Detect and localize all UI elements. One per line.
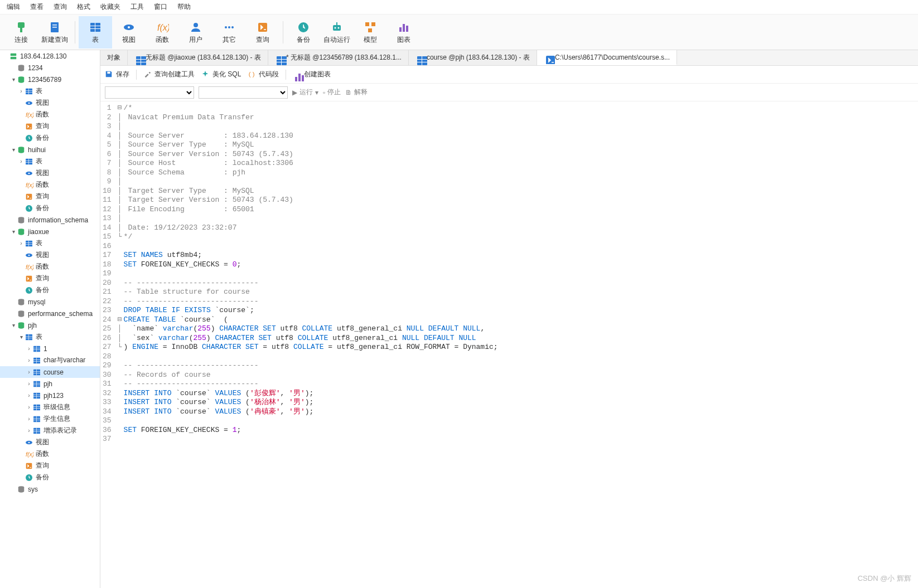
tab-1[interactable]: 无标题 @jiaoxue (183.64.128.130) - 表 — [128, 50, 268, 65]
menu-4[interactable]: 收藏夹 — [100, 2, 120, 12]
model-icon — [363, 20, 378, 35]
toolbar-query[interactable]: 查询 — [246, 16, 279, 48]
sub-save[interactable]: 保存 — [105, 70, 129, 79]
table-icon — [25, 333, 33, 342]
connection-select[interactable] — [105, 86, 194, 99]
tree-item-19[interactable]: 查询 — [0, 273, 100, 284]
tree-item-15[interactable]: ▾jiaoxue — [0, 226, 100, 237]
query-icon — [25, 122, 33, 131]
tree-item-12[interactable]: 查询 — [0, 191, 100, 202]
tree-item-2[interactable]: ▾123456789 — [0, 74, 100, 85]
svg-rect-123 — [298, 74, 301, 81]
tree-arrow-icon: › — [18, 158, 25, 164]
toolbar-robot[interactable]: 自动运行 — [320, 16, 354, 48]
sub-tool[interactable]: 查询创建工具 — [143, 70, 195, 79]
tree-item-23[interactable]: ▾pjh — [0, 319, 100, 331]
tree-item-27[interactable]: ›course — [0, 366, 100, 378]
tree-arrow-icon: › — [26, 416, 32, 422]
svg-text:f(x): f(x) — [26, 182, 33, 188]
table-icon — [32, 403, 41, 412]
tree-arrow-icon: › — [18, 88, 25, 94]
menu-6[interactable]: 窗口 — [154, 2, 167, 12]
tree-item-30[interactable]: ›班级信息 — [0, 401, 100, 413]
tab-4[interactable]: C:\Users\86177\Documents\course.s... — [537, 50, 677, 65]
tree-item-17[interactable]: 视图 — [0, 249, 100, 261]
backup-icon — [25, 473, 33, 482]
svg-point-58 — [28, 254, 30, 256]
toolbar-view[interactable]: 视图 — [112, 16, 146, 48]
tree-item-24[interactable]: ▾表 — [0, 331, 100, 343]
menu-0[interactable]: 编辑 — [7, 2, 20, 12]
tree-item-21[interactable]: mysql — [0, 296, 100, 308]
tab-2[interactable]: * 无标题 @123456789 (183.64.128.1... — [268, 50, 409, 65]
tree-item-3[interactable]: ›表 — [0, 85, 100, 97]
tree-item-0[interactable]: 183.64.128.130 — [0, 50, 100, 62]
tree-item-36[interactable]: 备份 — [0, 472, 100, 483]
svg-point-19 — [335, 27, 336, 29]
tree-item-16[interactable]: ›表 — [0, 237, 100, 249]
tree-item-22[interactable]: performance_schema — [0, 308, 100, 319]
svg-rect-3 — [52, 25, 57, 26]
menu-5[interactable]: 工具 — [131, 2, 144, 12]
sub-chart[interactable]: 创建图表 — [293, 70, 331, 79]
svg-rect-0 — [18, 22, 25, 28]
ribbon-menu: 编辑查看查询格式收藏夹工具窗口帮助 — [0, 0, 918, 14]
table-icon — [32, 380, 41, 388]
run-button[interactable]: ▶ 运行 ▾ — [292, 88, 318, 97]
tree-item-18[interactable]: f(x)函数 — [0, 261, 100, 273]
table-icon — [415, 54, 423, 62]
sql-editor[interactable]: 1234567891011121314151617181920212223242… — [100, 101, 918, 588]
tree-item-25[interactable]: ›1 — [0, 343, 100, 354]
toolbar-doc[interactable]: 新建查询 — [38, 16, 71, 48]
svg-point-10 — [128, 26, 130, 28]
tree-item-5[interactable]: f(x)函数 — [0, 109, 100, 120]
toolbar-fx[interactable]: f(x)函数 — [146, 16, 179, 48]
tree-item-6[interactable]: 查询 — [0, 120, 100, 132]
svg-rect-120 — [107, 71, 110, 74]
menu-3[interactable]: 格式 — [77, 2, 90, 12]
tab-0[interactable]: 对象 — [100, 50, 128, 65]
menu-2[interactable]: 查询 — [54, 2, 67, 12]
tab-3[interactable]: course @pjh (183.64.128.130) - 表 — [409, 50, 537, 65]
toolbar-model[interactable]: 模型 — [354, 16, 387, 48]
stop-button[interactable]: ▫ 停止 — [323, 88, 341, 97]
toolbar-dots[interactable]: 其它 — [212, 16, 246, 48]
svg-rect-92 — [36, 404, 37, 410]
toolbar-chart[interactable]: 图表 — [387, 16, 421, 48]
sub-brace[interactable]: ( )代码段 — [248, 70, 279, 79]
tree-item-28[interactable]: ›pjh — [0, 378, 100, 390]
svg-rect-18 — [333, 25, 341, 31]
tree-item-31[interactable]: ›学生信息 — [0, 413, 100, 425]
view-icon — [25, 169, 33, 178]
tree-item-14[interactable]: information_schema — [0, 214, 100, 226]
sub-spark[interactable]: 美化 SQL — [201, 70, 241, 79]
tree-item-32[interactable]: ›增添表记录 — [0, 425, 100, 436]
tree-item-1[interactable]: 1234 — [0, 62, 100, 74]
tree-item-8[interactable]: ▾huihui — [0, 144, 100, 155]
menu-1[interactable]: 查看 — [30, 2, 44, 12]
fx-icon: f(x) — [25, 263, 33, 271]
tree-item-11[interactable]: f(x)函数 — [0, 179, 100, 191]
tree-item-4[interactable]: 视图 — [0, 97, 100, 109]
tree-item-9[interactable]: ›表 — [0, 155, 100, 167]
toolbar-plug[interactable]: 连接 — [4, 16, 38, 48]
explain-button[interactable]: 🗎 解释 — [345, 88, 368, 97]
plug-icon — [13, 20, 29, 35]
toolbar-user[interactable]: 用户 — [179, 16, 212, 48]
toolbar-table[interactable]: 表 — [79, 16, 112, 48]
menu-7[interactable]: 帮助 — [177, 2, 191, 12]
tree-item-26[interactable]: ›char与varchar — [0, 354, 100, 366]
db-icon — [17, 75, 26, 84]
tree-item-7[interactable]: 备份 — [0, 132, 100, 144]
tree-item-13[interactable]: 备份 — [0, 202, 100, 214]
tree-item-34[interactable]: f(x)函数 — [0, 448, 100, 460]
svg-rect-35 — [28, 88, 29, 94]
tree-item-35[interactable]: 查询 — [0, 460, 100, 472]
tree-item-33[interactable]: 视图 — [0, 436, 100, 448]
schema-select[interactable] — [199, 86, 288, 99]
tree-item-29[interactable]: ›pjh123 — [0, 390, 100, 401]
toolbar-backup[interactable]: 备份 — [287, 16, 320, 48]
tree-item-10[interactable]: 视图 — [0, 167, 100, 179]
tree-item-20[interactable]: 备份 — [0, 284, 100, 296]
tree-item-37[interactable]: sys — [0, 483, 100, 495]
